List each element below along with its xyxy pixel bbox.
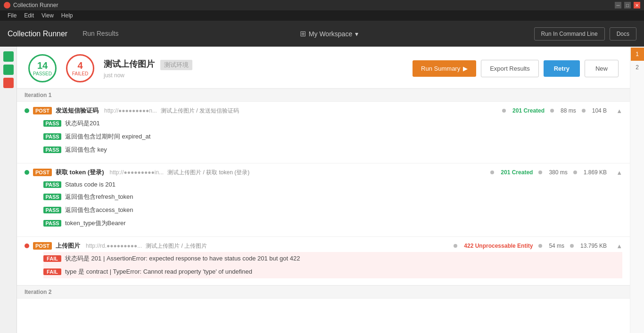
assertions-list: FAIL状态码是 201 | AssertionError: expected …	[25, 250, 622, 280]
assertion-badge: FAIL	[43, 255, 61, 262]
request-meta: 201 Created88 ms104 B▲	[502, 107, 622, 114]
assertion-text: 状态码是 201 | AssertionError: expected resp…	[65, 254, 300, 263]
app-icon	[4, 2, 10, 8]
request-name: 获取 token (登录)	[56, 168, 104, 177]
results-list[interactable]: Iteration 1POST发送短信验证码http://●●●●●●●●●n.…	[17, 89, 630, 333]
request-path: 测试上传图片 / 发送短信验证码	[161, 107, 498, 115]
pagination-item-2[interactable]: 2	[631, 61, 644, 74]
sidebar-thumb-2[interactable]	[3, 65, 14, 75]
assertion-badge: PASS	[43, 133, 61, 140]
status-indicator-dot	[490, 171, 494, 174]
request-path: 测试上传图片 / 获取 token (登录)	[167, 169, 487, 177]
passed-label: PASSED	[33, 71, 52, 76]
retry-button[interactable]: Retry	[544, 60, 580, 77]
assertion-row-1: PASS状态码是201	[43, 117, 622, 130]
assertion-row-3: PASS返回值包含access_token	[43, 203, 622, 217]
maximize-button[interactable]: □	[624, 2, 631, 8]
assertion-text: 状态码是201	[65, 119, 100, 128]
request-status-dot	[25, 108, 29, 113]
request-row-1-2: POST获取 token (登录)http://●●●●●●●●●in...测试…	[17, 163, 630, 237]
minimize-button[interactable]: ─	[615, 2, 621, 8]
docs-button[interactable]: Docs	[610, 27, 636, 41]
command-line-button[interactable]: Run In Command Line	[534, 27, 605, 41]
assertion-text: 返回值包含过期时间 expired_at	[65, 132, 150, 141]
request-header-1-1: POST发送短信验证码http://●●●●●●●●●n...测试上传图片 / …	[25, 106, 622, 115]
request-method-badge: POST	[33, 242, 52, 250]
assertion-badge: PASS	[43, 120, 61, 127]
response-status-code: 201 Created	[501, 169, 533, 176]
response-size: 104 B	[592, 107, 607, 114]
request-method-badge: POST	[33, 107, 52, 114]
assertion-text: 返回值包含refresh_token	[65, 193, 133, 201]
request-meta: 422 Unprocessable Entity54 ms13.795 KB▲	[454, 243, 622, 250]
status-indicator-dot	[454, 244, 457, 248]
request-method-badge: POST	[33, 169, 52, 176]
assertion-text: Status code is 201	[65, 181, 116, 188]
assertion-badge: PASS	[43, 146, 61, 153]
pagination-item-1[interactable]: 1	[631, 48, 644, 61]
right-pagination: 12	[630, 47, 644, 333]
main-content: 14 PASSED 4 FAILED 测试上传图片 测试环境 just now …	[0, 47, 644, 333]
request-row-1-3: POST上传图片http://rd.●●●●●●●●●...测试上传图片 / 上…	[17, 237, 630, 285]
response-status-code: 422 Unprocessable Entity	[464, 243, 533, 249]
request-name: 发送短信验证码	[56, 106, 99, 115]
assertion-badge: PASS	[43, 220, 61, 227]
content-area: 14 PASSED 4 FAILED 测试上传图片 测试环境 just now …	[17, 47, 630, 333]
run-summary-button[interactable]: Run Summary ▶	[413, 60, 476, 77]
nav-bar: Collection Runner Run Results ⊞ My Works…	[0, 21, 644, 47]
assertion-text: token_type值为Bearer	[65, 219, 126, 227]
summary-time: just now	[104, 72, 403, 79]
menu-help[interactable]: Help	[58, 10, 77, 21]
response-time: 88 ms	[561, 107, 576, 114]
response-size: 1.869 KB	[584, 169, 607, 176]
menu-file[interactable]: File	[4, 10, 20, 21]
new-button[interactable]: New	[585, 60, 619, 77]
workspace-icon: ⊞	[300, 29, 306, 38]
nav-run-results[interactable]: Run Results	[77, 21, 124, 47]
menu-edit[interactable]: Edit	[20, 10, 38, 21]
export-results-button[interactable]: Export Results	[481, 60, 539, 77]
sidebar-thumb-3[interactable]	[3, 78, 14, 88]
request-meta: 201 Created380 ms1.869 KB▲	[490, 169, 622, 176]
assertion-badge: PASS	[43, 194, 61, 200]
collapse-button[interactable]: ▲	[616, 243, 622, 250]
assertion-badge: FAIL	[43, 268, 61, 275]
assertion-badge: PASS	[43, 181, 61, 188]
time-indicator-dot	[538, 171, 542, 174]
iteration-header-2: Iteration 2	[17, 285, 630, 299]
collapse-button[interactable]: ▲	[616, 107, 622, 114]
failed-count: 4	[77, 60, 83, 71]
iteration-header-1: Iteration 1	[17, 89, 630, 102]
request-url: http://rd.●●●●●●●●●...	[86, 243, 142, 249]
summary-title-row: 测试上传图片 测试环境	[104, 58, 403, 70]
assertion-badge: PASS	[43, 207, 61, 213]
failed-label: FAILED	[72, 71, 88, 76]
nav-left: Collection Runner Run Results	[8, 21, 124, 47]
request-status-dot	[25, 170, 29, 175]
nav-right: Run In Command Line Docs	[534, 27, 636, 41]
assertions-list: PASS状态码是201PASS返回值包含过期时间 expired_atPASS返…	[25, 115, 622, 158]
workspace-button[interactable]: ⊞ My Workspace ▾	[295, 27, 363, 40]
title-bar: Collection Runner ─ □ ✕	[0, 0, 644, 10]
request-name: 上传图片	[56, 242, 80, 250]
assertion-row-2: PASS返回值包含refresh_token	[43, 190, 622, 203]
close-button[interactable]: ✕	[634, 2, 640, 8]
sidebar-thumb-1[interactable]	[3, 51, 14, 62]
summary-title: 测试上传图片	[104, 59, 155, 69]
assertion-row-2: FAILtype 是 contract | TypeError: Cannot …	[43, 265, 622, 278]
summary-info: 测试上传图片 测试环境 just now	[104, 58, 403, 79]
request-path: 测试上传图片 / 上传图片	[146, 242, 450, 250]
request-url: http://●●●●●●●●●in...	[110, 169, 164, 176]
response-status-code: 201 Created	[512, 107, 545, 114]
nav-collection-runner: Collection Runner	[8, 30, 67, 38]
collapse-button[interactable]: ▲	[616, 169, 622, 176]
size-indicator-dot	[573, 171, 577, 174]
assertion-text: 返回值包含access_token	[65, 206, 133, 214]
run-summary-arrow-icon: ▶	[463, 65, 468, 72]
menu-bar: File Edit View Help	[0, 10, 644, 21]
title-bar-text: Collection Runner	[13, 2, 615, 8]
response-time: 380 ms	[549, 169, 567, 176]
menu-view[interactable]: View	[38, 10, 58, 21]
passed-badge: 14 PASSED	[28, 54, 57, 82]
assertion-text: type 是 contract | TypeError: Cannot read…	[65, 268, 252, 276]
